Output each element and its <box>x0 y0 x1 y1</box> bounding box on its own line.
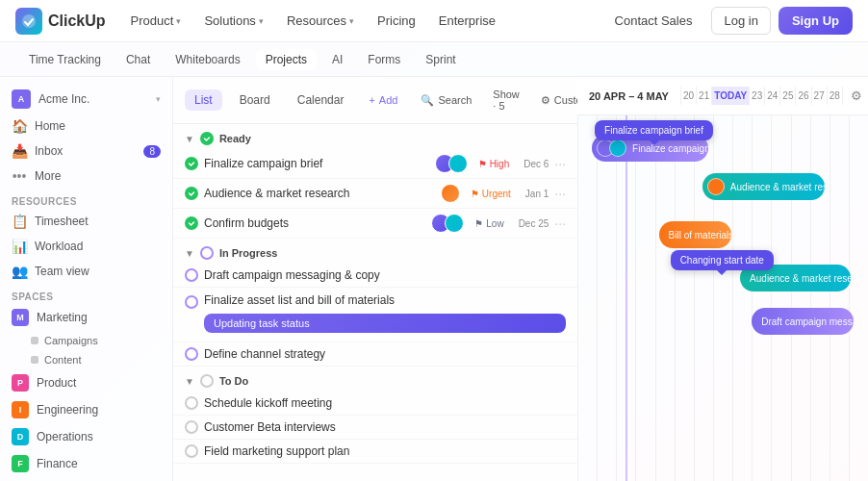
sidebar-item-hr[interactable]: H HR <box>0 477 172 481</box>
task-checkbox[interactable] <box>185 268 198 282</box>
sidebar-item-engineering[interactable]: I Engineering <box>0 396 172 423</box>
task-checkbox[interactable] <box>185 216 198 230</box>
task-avatars <box>447 184 460 203</box>
add-button[interactable]: + Add <box>361 90 405 110</box>
task-row[interactable]: Customer Beta interviews <box>173 416 577 440</box>
task-row[interactable]: Draft campaign messaging & copy <box>173 264 577 288</box>
task-row[interactable]: Finalize asset list and bill of material… <box>173 288 577 342</box>
gantt-tooltip: Changing start date <box>671 250 774 270</box>
tab-calendar[interactable]: Calendar <box>288 89 354 111</box>
sidebar-item-teamview[interactable]: 👥 Team view <box>0 259 172 284</box>
task-more-button[interactable]: ··· <box>554 186 566 201</box>
task-name: Field marketing support plan <box>204 444 566 458</box>
gantt-bar[interactable]: Audience & market research <box>702 173 825 200</box>
nav-resources[interactable]: Resources ▾ <box>277 8 364 34</box>
sidebar-item-more[interactable]: ••• More <box>0 164 172 189</box>
svg-point-0 <box>22 14 36 28</box>
task-row[interactable]: Schedule kickoff meeting <box>173 392 577 416</box>
customize-icon: ⚙ <box>541 94 550 107</box>
task-name: Finalize asset list and bill of material… <box>204 293 566 307</box>
sidebar-item-finance[interactable]: F Finance <box>0 450 172 477</box>
spaces-section-label: Spaces <box>0 284 172 304</box>
logo-icon <box>15 8 42 35</box>
group-toggle-ready[interactable]: ▼ <box>185 134 194 144</box>
ready-status-dot <box>200 132 214 145</box>
signup-button[interactable]: Sign Up <box>779 7 853 35</box>
search-button[interactable]: 🔍 Search <box>413 90 479 111</box>
second-nav-chat[interactable]: Chat <box>116 49 160 70</box>
gantt-bar[interactable]: Bill of materials <box>659 221 732 248</box>
gantt-bar-label: Finalize campaign brief <box>632 143 708 154</box>
engineering-label: Engineering <box>37 403 98 417</box>
gantt-settings-icon[interactable]: ⚙ <box>845 85 868 108</box>
ready-group-label: Ready <box>219 133 251 144</box>
show-button[interactable]: Show · 5 <box>485 85 527 115</box>
task-more-button[interactable]: ··· <box>554 156 566 171</box>
operations-avatar: D <box>12 428 29 445</box>
tab-board[interactable]: Board <box>230 89 280 111</box>
task-checkbox[interactable] <box>185 187 198 200</box>
nav-solutions-label: Solutions <box>204 13 255 28</box>
sidebar-timesheet-label: Timesheet <box>35 215 89 228</box>
task-checkbox[interactable] <box>185 396 198 410</box>
task-row[interactable]: Finalize campaign brief ⚑ High Dec 6 ··· <box>173 149 577 179</box>
sidebar-item-workload[interactable]: 📊 Workload <box>0 234 172 259</box>
task-checkbox[interactable] <box>185 420 198 434</box>
customize-button[interactable]: ⚙ Customize <box>533 90 577 111</box>
task-row[interactable]: Define channel strategy <box>173 342 577 367</box>
nav-enterprise[interactable]: Enterprise <box>429 8 505 34</box>
sidebar-item-marketing[interactable]: M Marketing <box>0 304 172 331</box>
group-header-todo[interactable]: ▼ To Do <box>173 367 577 392</box>
workspace-selector[interactable]: A Acme Inc. ▾ <box>0 85 172 114</box>
task-row[interactable]: Field marketing support plan <box>173 440 577 464</box>
login-button[interactable]: Log in <box>711 7 770 35</box>
second-nav-time-tracking[interactable]: Time Tracking <box>19 49 111 70</box>
tab-list[interactable]: List <box>185 89 222 111</box>
gantt-bar[interactable]: Draft campaign messaging <box>752 308 854 335</box>
second-nav-ai[interactable]: AI <box>322 49 352 70</box>
sidebar-item-home[interactable]: 🏠 Home <box>0 114 172 139</box>
sidebar-item-product[interactable]: P Product <box>0 369 172 396</box>
task-row[interactable]: Confirm budgets ⚑ Low Dec 25 ··· <box>173 209 577 239</box>
main-content: A Acme Inc. ▾ 🏠 Home 📥 Inbox 8 ••• More … <box>0 77 868 481</box>
group-header-ready[interactable]: ▼ Ready <box>173 124 577 149</box>
product-avatar: P <box>12 374 29 392</box>
task-row[interactable]: Audience & market research ⚑ Urgent Jan … <box>173 179 577 209</box>
sidebar-inbox-label: Inbox <box>35 144 63 158</box>
sidebar-item-timesheet[interactable]: 📋 Timesheet <box>0 209 172 234</box>
task-checkbox[interactable] <box>185 444 198 458</box>
gantt-avatar <box>707 178 725 195</box>
nav-solutions[interactable]: Solutions ▾ <box>194 8 272 34</box>
second-nav-forms[interactable]: Forms <box>358 49 410 70</box>
nav-product[interactable]: Product ▾ <box>121 8 191 34</box>
contact-sales-button[interactable]: Contact Sales <box>603 8 704 34</box>
second-nav-sprint[interactable]: Sprint <box>416 49 465 70</box>
task-checkbox[interactable] <box>185 157 198 170</box>
group-toggle-progress[interactable]: ▼ <box>185 248 194 259</box>
task-list-body: ▼ Ready Finalize campaign brief <box>173 124 577 481</box>
second-nav-whiteboards[interactable]: Whiteboards <box>166 49 249 70</box>
task-checkbox[interactable] <box>185 347 198 361</box>
progress-status-dot <box>200 246 214 260</box>
group-header-in-progress[interactable]: ▼ In Progress <box>173 239 577 264</box>
nav-enterprise-label: Enterprise <box>439 13 496 28</box>
finance-avatar: F <box>12 455 29 472</box>
task-avatars <box>441 154 468 173</box>
task-checkbox[interactable] <box>185 295 198 309</box>
logo[interactable]: ClickUp <box>15 8 106 35</box>
group-toggle-todo[interactable]: ▼ <box>185 376 194 387</box>
task-avatar <box>448 154 468 173</box>
nav-product-label: Product <box>131 13 174 28</box>
marketing-label: Marketing <box>37 311 88 324</box>
nav-pricing[interactable]: Pricing <box>368 8 425 34</box>
sidebar-item-inbox[interactable]: 📥 Inbox 8 <box>0 139 172 164</box>
home-icon: 🏠 <box>12 118 27 134</box>
nav-right: Contact Sales Log in Sign Up <box>603 7 853 35</box>
sidebar-item-operations[interactable]: D Operations <box>0 423 172 450</box>
gantt-body[interactable]: Finalize campaign briefAudience & market… <box>577 115 868 481</box>
task-more-button[interactable]: ··· <box>554 215 566 231</box>
gantt-date-cell: 27 <box>811 87 827 105</box>
sidebar-subitem-content[interactable]: Content <box>0 350 172 369</box>
second-nav-projects[interactable]: Projects <box>256 49 317 70</box>
sidebar-subitem-campaigns[interactable]: Campaigns <box>0 331 172 350</box>
